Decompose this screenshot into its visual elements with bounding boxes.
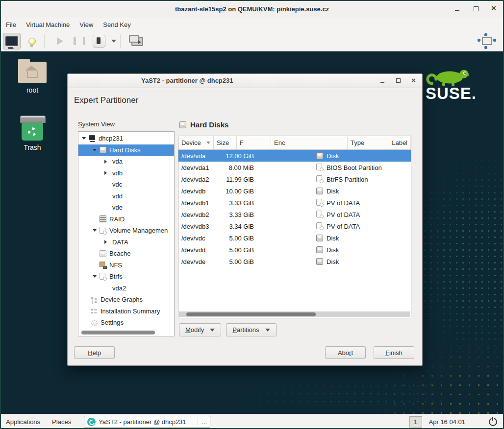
finish-button[interactable]: Finish [374,346,414,359]
expander-icon[interactable] [104,240,107,244]
cell-size: 3.33 GiB [221,199,256,207]
cell-type: PV of DATA [327,199,360,207]
console-button[interactable] [3,33,21,49]
page-title: Expert Partitioner [74,95,138,105]
workspace-switcher[interactable]: 1 [409,416,422,428]
help-button[interactable]: Help [74,346,115,359]
tree-item[interactable]: Volume Managemen [78,225,174,237]
shutdown-button[interactable] [91,33,107,49]
tree-item[interactable]: RAID [78,214,174,225]
table-horizontal-scrollbar[interactable] [179,311,410,317]
tree-item[interactable]: vda [78,156,174,167]
menu-item[interactable]: File [1,18,21,31]
tree-item[interactable]: vdb [78,167,174,179]
vm-window-titlebar[interactable]: tbazant-sle15sp2 on QEMU/KVM: pinkiepie.… [0,0,504,18]
desktop-icon-root[interactable]: root [9,58,56,94]
tree-item[interactable]: DATA [78,237,174,248]
minimize-icon[interactable] [380,78,386,84]
tree-item[interactable]: vdd [78,191,174,202]
tree-item-icon [99,215,107,223]
task-button[interactable]: YaST2 - partitioner @ dhcp231 ... [84,416,210,428]
minimize-icon[interactable] [454,5,461,12]
desktop-icon-trash[interactable]: Trash [9,116,56,151]
places-menu[interactable]: Places [46,414,77,429]
cell-type: Disk [327,258,339,265]
table-row[interactable]: /dev/vdb 10.00 GiB Disk [178,185,411,197]
expander-icon[interactable] [104,171,107,175]
details-button[interactable] [24,33,40,49]
yast-titlebar[interactable]: YaST2 - partitioner @ dhcp231 [68,74,422,88]
table-row[interactable]: /dev/vdb2 3.33 GiB PV of DATA [178,209,411,220]
suse-logo: SUSE. [422,65,495,103]
expander-icon[interactable] [104,160,107,164]
tree-item-label: Btrfs [109,273,123,280]
column-header[interactable]: Label [389,136,411,149]
expander-icon[interactable] [82,137,86,140]
table-row[interactable]: /dev/vda2 11.99 GiB BtrFS Partition [178,173,411,185]
table-row[interactable]: /dev/vda 12.00 GiB Disk [178,150,411,162]
table-row[interactable]: /dev/vde 5.00 GiB Disk [178,256,411,267]
abort-button[interactable]: Abort [325,346,366,359]
table-row[interactable]: /dev/vdb1 3.33 GiB PV of DATA [178,197,411,209]
cell-device: /dev/vda1 [178,164,221,171]
type-icon [316,211,324,218]
scrollbar-thumb[interactable] [186,312,316,316]
expander-icon[interactable] [93,149,97,151]
menu-item[interactable]: View [75,18,98,31]
table-row[interactable]: /dev/vda1 8.00 MiB BIOS Boot Partition [178,162,411,173]
tree-item[interactable]: Bcache [78,248,174,260]
taskbar: Applications Places YaST2 - partitioner … [0,414,504,429]
tree-item[interactable]: vdc [78,179,174,191]
cell-type: PV of DATA [327,211,360,218]
maximize-icon[interactable] [396,78,402,84]
column-header[interactable]: Enc [271,136,348,149]
pause-icon [74,37,85,45]
menu-item[interactable]: Virtual Machine [21,18,75,31]
tree-horizontal-scrollbar[interactable] [81,331,155,334]
vm-desktop: root Trash SUSE. YaST2 - partitioner @ d… [0,51,504,414]
tree-item[interactable]: Hard Disks [78,144,174,156]
tree-item[interactable]: vda2 [78,283,174,294]
tree-item[interactable]: vde [78,202,174,214]
partitions-button[interactable]: Partitions [226,323,276,336]
table-row[interactable]: /dev/vdd 5.00 GiB Disk [178,244,411,256]
close-icon[interactable] [491,5,498,12]
shutdown-dropdown-caret-icon[interactable] [111,40,116,43]
applications-menu[interactable]: Applications [0,414,46,429]
table-row[interactable]: /dev/vdc 5.00 GiB Disk [178,232,411,244]
fullscreen-button[interactable] [479,33,496,49]
console-monitor-icon [5,36,18,46]
menu-bar: File Virtual Machine View Send Key [0,18,504,31]
tree-item[interactable]: Settings [78,317,174,329]
maximize-icon[interactable] [473,5,479,12]
yast-window: YaST2 - partitioner @ dhcp231 Expert Par… [67,73,423,366]
expander-icon[interactable] [93,275,97,278]
tree-item[interactable]: Btrfs [78,271,174,283]
tree-item[interactable]: Device Graphs [78,294,174,306]
column-header[interactable]: Size [214,136,237,149]
table-row[interactable]: /dev/vdb3 3.34 GiB PV of DATA [178,220,411,232]
run-button[interactable] [51,33,68,49]
tree-item[interactable]: NFS [78,260,174,271]
expander-icon[interactable] [93,229,97,232]
task-overflow[interactable]: ... [198,418,207,426]
displays-button[interactable] [127,33,144,49]
tree-item-label: dhcp231 [99,135,123,142]
panel-heading-label: Hard Disks [190,120,228,129]
column-header[interactable]: F [237,136,271,149]
hard-disk-icon [179,121,187,129]
tree-item[interactable]: dhcp231 [78,133,174,144]
power-icon[interactable] [489,418,497,426]
tree-item-label: vda [112,158,123,165]
toolbar-separator [120,34,121,48]
close-icon[interactable] [411,78,417,84]
column-header[interactable]: Type [348,136,389,149]
tree-item[interactable]: Installation Summary [78,306,174,317]
pause-button[interactable] [71,33,88,49]
type-icon [316,246,324,254]
tree-item-icon [99,227,107,235]
column-header[interactable]: Device [178,136,214,149]
menu-item[interactable]: Send Key [98,18,135,31]
tree-item-label: Installation Summary [101,308,160,315]
modify-button[interactable]: Modify [179,323,221,336]
